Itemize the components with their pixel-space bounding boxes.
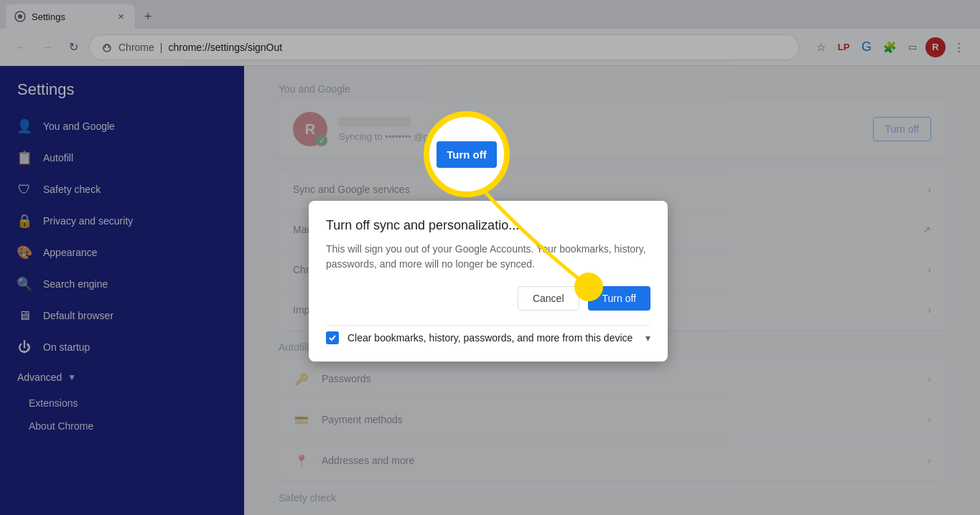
checkbox-label: Clear bookmarks, history, passwords, and… xyxy=(347,332,637,344)
checkbox-expand-icon[interactable]: ▾ xyxy=(645,332,650,344)
clear-data-checkbox[interactable] xyxy=(326,331,339,344)
checkbox-row: Clear bookmarks, history, passwords, and… xyxy=(326,325,650,344)
checkbox-checkmark xyxy=(328,334,337,342)
modal-overlay: Turn off Turn off sync and personalizati… xyxy=(0,0,980,515)
annotation-turn-off-highlight: Turn off xyxy=(437,141,497,168)
annotation-circle: Turn off xyxy=(424,111,510,197)
